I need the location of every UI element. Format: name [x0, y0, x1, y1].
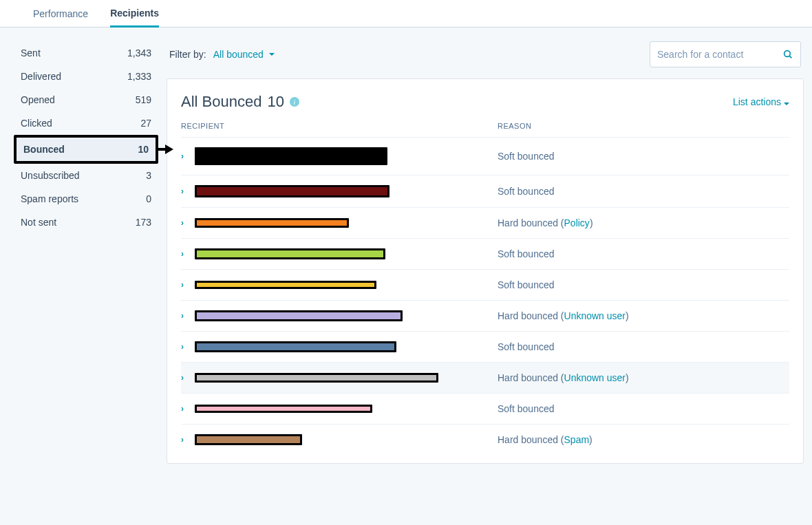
chevron-right-icon[interactable]: ›	[181, 435, 195, 444]
redacted-bar	[195, 185, 389, 197]
reason-cell: Soft bounced	[498, 248, 555, 259]
chevron-right-icon[interactable]: ›	[181, 218, 195, 228]
table-row[interactable]: ›Soft bounced	[181, 393, 789, 424]
tab-recipients[interactable]: Recipients	[110, 0, 159, 28]
recipient-cell	[195, 185, 498, 197]
reason-cell: Hard bounced (Policy)	[498, 217, 593, 228]
reason-link[interactable]: Policy	[564, 217, 590, 228]
recipient-cell	[195, 147, 498, 165]
sidebar-item-count: 1,333	[127, 71, 151, 82]
sidebar-item-label: Not sent	[21, 217, 56, 228]
sidebar-item-label: Clicked	[21, 118, 52, 129]
sidebar-item-count: 0	[146, 193, 151, 204]
sidebar-item-not-sent[interactable]: Not sent173	[14, 211, 158, 234]
sidebar-item-count: 519	[136, 94, 151, 105]
svg-point-0	[784, 51, 791, 57]
info-icon[interactable]: i	[290, 97, 299, 107]
redacted-bar	[195, 341, 396, 352]
table-row[interactable]: ›Soft bounced	[181, 331, 789, 362]
table-row[interactable]: ›Soft bounced	[181, 137, 789, 175]
chevron-right-icon[interactable]: ›	[181, 311, 195, 321]
table-row[interactable]: ›Hard bounced (Unknown user)	[181, 300, 789, 331]
recipient-cell	[195, 373, 498, 383]
table-header: RECIPIENT REASON	[181, 118, 789, 137]
redacted-bar	[195, 281, 376, 289]
reason-cell: Soft bounced	[498, 279, 555, 290]
chevron-right-icon[interactable]: ›	[181, 404, 195, 414]
sidebar-item-bounced[interactable]: Bounced10	[14, 135, 158, 164]
table-row[interactable]: ›Soft bounced	[181, 269, 789, 300]
recipient-cell	[195, 281, 498, 289]
sidebar-item-sent[interactable]: Sent1,343	[14, 41, 158, 65]
reason-cell: Soft bounced	[498, 186, 555, 197]
chevron-right-icon[interactable]: ›	[181, 151, 195, 161]
reason-cell: Soft bounced	[498, 403, 555, 414]
reason-cell: Hard bounced (Spam)	[498, 434, 592, 445]
sidebar-item-count: 10	[138, 144, 149, 155]
table-row[interactable]: ›Hard bounced (Policy)	[181, 207, 789, 238]
sidebar-item-label: Opened	[21, 94, 55, 105]
table-row[interactable]: ›Hard bounced (Spam)	[181, 424, 789, 455]
chevron-right-icon[interactable]: ›	[181, 280, 195, 290]
table-row[interactable]: ›Hard bounced (Unknown user)	[181, 362, 789, 393]
chevron-right-icon[interactable]: ›	[181, 186, 195, 196]
recipient-cell	[195, 405, 498, 413]
redacted-bar	[195, 147, 387, 165]
sidebar-item-label: Delivered	[21, 71, 61, 82]
filter-label: Filter by:	[169, 49, 206, 60]
reason-cell: Soft bounced	[498, 341, 555, 352]
reason-cell: Hard bounced (Unknown user)	[498, 372, 629, 383]
reason-cell: Soft bounced	[498, 151, 555, 162]
sidebar-item-delivered[interactable]: Delivered1,333	[14, 65, 158, 88]
recipient-cell	[195, 310, 498, 321]
sidebar: Sent1,343Delivered1,333Opened519Clicked2…	[14, 41, 158, 464]
search-input[interactable]	[657, 49, 782, 60]
list-actions[interactable]: List actions	[733, 96, 789, 107]
redacted-bar	[195, 405, 372, 413]
table-row[interactable]: ›Soft bounced	[181, 175, 789, 207]
panel-title: All Bounced 10 i	[181, 93, 299, 111]
col-recipient: RECIPIENT	[181, 122, 498, 130]
svg-line-1	[789, 56, 791, 58]
recipient-cell	[195, 341, 498, 352]
recipient-cell	[195, 218, 498, 228]
sidebar-item-unsubscribed[interactable]: Unsubscribed3	[14, 164, 158, 187]
filter-select[interactable]: All bounced	[213, 49, 275, 60]
sidebar-item-count: 173	[136, 217, 151, 228]
sidebar-item-count: 1,343	[127, 47, 151, 58]
sidebar-item-label: Unsubscribed	[21, 170, 80, 181]
reason-link[interactable]: Unknown user	[564, 372, 626, 383]
sidebar-item-opened[interactable]: Opened519	[14, 88, 158, 111]
redacted-bar	[195, 310, 403, 321]
search-box[interactable]	[650, 41, 801, 67]
table-row[interactable]: ›Soft bounced	[181, 238, 789, 269]
redacted-bar	[195, 373, 438, 383]
sidebar-item-label: Bounced	[23, 144, 65, 155]
sidebar-item-clicked[interactable]: Clicked27	[14, 111, 158, 135]
sidebar-item-count: 27	[140, 118, 151, 129]
sidebar-item-spam-reports[interactable]: Spam reports0	[14, 187, 158, 211]
sidebar-item-count: 3	[146, 170, 151, 181]
sidebar-item-label: Spam reports	[21, 193, 78, 204]
col-reason: REASON	[498, 122, 789, 130]
recipient-cell	[195, 434, 498, 445]
reason-link[interactable]: Spam	[564, 434, 590, 445]
redacted-bar	[195, 434, 302, 445]
chevron-right-icon[interactable]: ›	[181, 342, 195, 352]
reason-link[interactable]: Unknown user	[564, 310, 626, 321]
search-icon	[782, 49, 793, 60]
redacted-bar	[195, 218, 349, 228]
sidebar-item-label: Sent	[21, 47, 41, 58]
bounced-panel: All Bounced 10 i List actions RECIPIENT …	[167, 78, 804, 464]
redacted-bar	[195, 248, 385, 259]
chevron-right-icon[interactable]: ›	[181, 249, 195, 259]
tab-performance[interactable]: Performance	[33, 0, 88, 28]
reason-cell: Hard bounced (Unknown user)	[498, 310, 629, 321]
recipient-cell	[195, 248, 498, 259]
chevron-right-icon[interactable]: ›	[181, 373, 195, 383]
tabs: Performance Recipients	[0, 0, 812, 28]
